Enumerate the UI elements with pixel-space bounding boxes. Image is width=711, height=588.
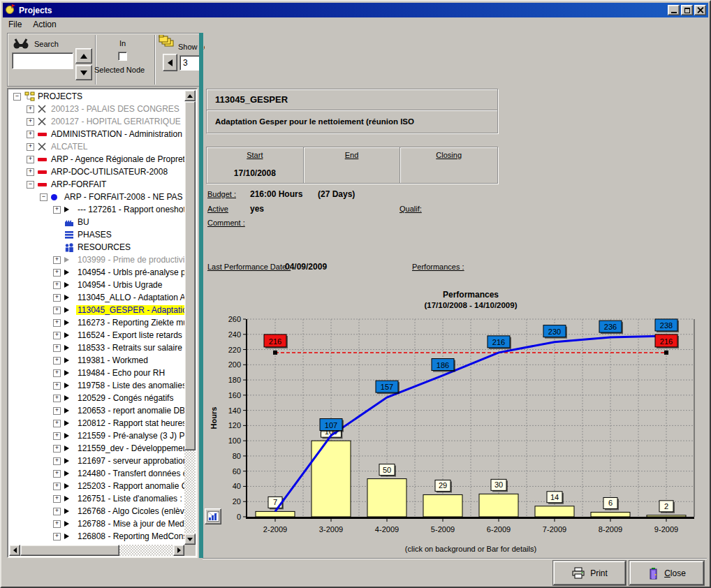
- tree-item[interactable]: +121697 - serveur approbation: [9, 455, 184, 467]
- tree-item[interactable]: PHASES: [9, 228, 184, 241]
- bar[interactable]: [647, 515, 686, 517]
- menu-file[interactable]: File: [3, 18, 27, 31]
- bar[interactable]: [256, 511, 295, 517]
- plus-box-icon[interactable]: +: [53, 495, 61, 503]
- tree-item[interactable]: +ALCATEL: [9, 140, 184, 153]
- tree-item[interactable]: +120529 - Congés négatifs: [9, 392, 184, 404]
- print-button[interactable]: Print: [553, 561, 626, 585]
- plus-box-icon[interactable]: +: [53, 420, 61, 427]
- tree-item[interactable]: BU: [9, 216, 184, 228]
- tree-item[interactable]: +126808 - Reporting MedConsult : r: [9, 530, 184, 543]
- search-up-button[interactable]: [75, 48, 92, 64]
- plus-box-icon[interactable]: +: [53, 357, 61, 365]
- minus-box-icon[interactable]: −: [40, 193, 47, 201]
- search-input[interactable]: [12, 52, 73, 69]
- tree-item[interactable]: +116273 - Reporting Ziekte mutuali: [9, 316, 184, 329]
- plus-box-icon[interactable]: +: [53, 269, 61, 277]
- horizontal-scroll-thumb[interactable]: [20, 545, 119, 556]
- plus-box-icon[interactable]: +: [53, 256, 61, 264]
- tree-item[interactable]: −ARP - FORFAIT-2008 - NE PAS FACT: [9, 191, 184, 203]
- bar[interactable]: [423, 494, 462, 517]
- plus-box-icon[interactable]: +: [53, 395, 61, 402]
- tree-item[interactable]: +119758 - Liste des anomalies (sur S: [9, 379, 184, 392]
- tree-item[interactable]: −PROJECTS: [9, 90, 184, 103]
- plus-box-icon[interactable]: +: [53, 520, 61, 528]
- performances-chart[interactable]: 0204060801001201401601802002202402602-20…: [205, 288, 703, 556]
- plus-box-icon[interactable]: +: [53, 445, 61, 453]
- bar[interactable]: [535, 506, 574, 517]
- panel-splitter[interactable]: [199, 33, 203, 558]
- tree-item[interactable]: +120812 - Rapport stat heures sup: [9, 417, 184, 429]
- tree-vertical-scrollbar[interactable]: [184, 90, 196, 545]
- bar[interactable]: [479, 494, 518, 517]
- plus-box-icon[interactable]: +: [53, 281, 61, 289]
- plus-box-icon[interactable]: +: [53, 483, 61, 490]
- plus-box-icon[interactable]: +: [53, 369, 61, 377]
- tree-item[interactable]: +118533 - Retraits sur salaire : exce: [9, 341, 184, 354]
- minus-box-icon[interactable]: −: [13, 93, 21, 101]
- scroll-down-button[interactable]: [184, 534, 196, 545]
- tree-item[interactable]: +126788 - Mise à jour de MedConsu: [9, 517, 184, 530]
- tree-item[interactable]: +104954 - Urbis Ugrade: [9, 279, 184, 291]
- bar[interactable]: [367, 479, 406, 517]
- plus-box-icon[interactable]: +: [27, 105, 34, 113]
- plus-box-icon[interactable]: +: [53, 382, 61, 390]
- tree-item[interactable]: +ARP-DOC-UTILISATEUR-2008: [9, 166, 184, 178]
- plus-box-icon[interactable]: +: [27, 131, 34, 138]
- tree-item[interactable]: +103999 - Prime de productivité: dé: [9, 253, 184, 266]
- close-button[interactable]: Close: [629, 561, 704, 585]
- maximize-button[interactable]: [681, 5, 693, 15]
- tree-item[interactable]: +116524 - Export liste retards non e: [9, 329, 184, 341]
- search-down-button[interactable]: [75, 65, 92, 80]
- plus-box-icon[interactable]: +: [53, 407, 61, 415]
- scroll-left-button[interactable]: [9, 545, 20, 556]
- tree-item[interactable]: +126751 - Liste d'anomalies : ajout: [9, 492, 184, 505]
- plus-box-icon[interactable]: +: [53, 307, 61, 314]
- tree-item[interactable]: +121559_dev - Développement PP: [9, 442, 184, 455]
- tree-item[interactable]: +ARP - Agence Régionale de Propreté: [9, 153, 184, 166]
- plus-box-icon[interactable]: +: [27, 118, 34, 126]
- tree-item[interactable]: +125203 - Rapport anomalie OWAF: [9, 480, 184, 492]
- plus-box-icon[interactable]: +: [53, 344, 61, 352]
- menu-action[interactable]: Action: [27, 18, 61, 31]
- tree-item[interactable]: +120653 - report anomalie DB : affe: [9, 404, 184, 417]
- plus-box-icon[interactable]: +: [53, 332, 61, 339]
- minimize-button[interactable]: [668, 5, 680, 15]
- tree-item[interactable]: +200123 - PALAIS DES CONGRES: [9, 103, 184, 115]
- tree-item[interactable]: +119381 - Workmed: [9, 354, 184, 367]
- tree-item[interactable]: −ARP-FORFAIT: [9, 178, 184, 191]
- plus-box-icon[interactable]: +: [27, 156, 34, 163]
- tree-item[interactable]: +126768 - Algo Cicoles (enlèvemen: [9, 505, 184, 517]
- tree-item[interactable]: +--- 127261 - Rapport oneshot M. D: [9, 203, 184, 216]
- scroll-right-button[interactable]: [173, 545, 184, 556]
- plus-box-icon[interactable]: +: [53, 508, 61, 515]
- minus-box-icon[interactable]: −: [27, 181, 34, 189]
- plus-box-icon[interactable]: +: [53, 457, 61, 465]
- tree-item[interactable]: +200127 - HOPITAL GERIATRIQUE: [9, 115, 184, 128]
- bar[interactable]: [311, 441, 351, 517]
- plus-box-icon[interactable]: +: [53, 470, 61, 478]
- chart-options-button[interactable]: [205, 508, 221, 524]
- chart-canvas[interactable]: 0204060801001201401601802002202402602-20…: [205, 288, 703, 556]
- tree-item[interactable]: +121559 - Pré-analyse (3 J) PP-20: [9, 429, 184, 442]
- plus-box-icon[interactable]: +: [53, 294, 61, 302]
- bar[interactable]: [591, 512, 630, 517]
- tree-item[interactable]: +124480 - Transfert données comm: [9, 467, 184, 480]
- tree-item[interactable]: RESOURCES: [9, 241, 184, 253]
- tree-horizontal-scrollbar[interactable]: [9, 545, 184, 556]
- plus-box-icon[interactable]: +: [27, 168, 34, 176]
- tree-item[interactable]: +ADMINISTRATION - Administration: [9, 128, 184, 140]
- plus-box-icon[interactable]: +: [53, 432, 61, 440]
- tree-item[interactable]: +104954 - Urbls pré-analyse pour u: [9, 266, 184, 279]
- tree-item[interactable]: +113045_GESPER - Adaptation Ge: [9, 304, 184, 316]
- plus-box-icon[interactable]: +: [53, 319, 61, 327]
- tree-item[interactable]: +119484 - Echo pour RH: [9, 367, 184, 379]
- tree-item[interactable]: +113045_ALLO - Adaptation ALLO: [9, 291, 184, 304]
- level-decrement-button[interactable]: [163, 54, 177, 71]
- plus-box-icon[interactable]: +: [53, 533, 61, 541]
- close-window-button[interactable]: [694, 5, 706, 15]
- plus-box-icon[interactable]: +: [53, 206, 61, 214]
- plus-box-icon[interactable]: +: [27, 143, 34, 151]
- scroll-up-button[interactable]: [184, 90, 196, 101]
- selected-node-checkbox[interactable]: [118, 52, 127, 61]
